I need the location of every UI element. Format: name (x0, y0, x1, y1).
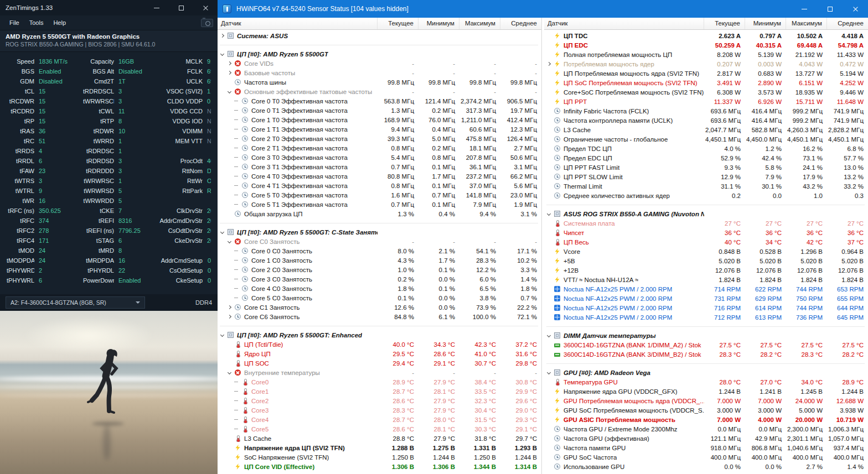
sensor-row[interactable]: Напряжение ядра GPU (VDDCR_GFX)1.244 В1.… (544, 387, 868, 396)
sensor-row[interactable]: Core 4 T0 Эффективная частота80.8 МГц1.7… (218, 171, 541, 181)
sensor-row[interactable]: Частота шины99.8 МГц99.8 МГц99.8 МГц99.8… (218, 77, 541, 87)
chevron-right-icon[interactable] (228, 305, 231, 309)
column-average[interactable]: Среднее (500, 18, 541, 29)
sensor-row[interactable]: Core 2 C0 Занятость1.0 %0.1 %12.2 %3.3 % (218, 265, 541, 274)
sensor-row[interactable]: Частота памяти GPU918.0 МГц806.8 МГц1,04… (544, 443, 868, 452)
sensor-row[interactable]: Core 1 T1 Эффективная частота9.4 МГц0.4 … (218, 124, 541, 134)
sensor-row[interactable]: ЦП Потребляемая мощность ядра (SVI2 TFN)… (544, 69, 868, 78)
chevron-down-icon[interactable] (220, 52, 224, 56)
chevron-down-icon[interactable] (547, 212, 551, 216)
sensor-section-header[interactable]: ЦП [#0]: AMD Ryzen 5 5500GT (218, 49, 541, 59)
sensor-row[interactable]: Core 5 C0 Занятость0.1 %0.0 %3.8 %0.7 % (218, 293, 541, 303)
sensor-row[interactable]: VTT/ ≈ Noctua NH-U12A ≈1.824 В1.824 В1.8… (544, 275, 868, 284)
dimm-selector[interactable]: A2: F4-3600C14-8GTZNA (8GB, SR) (6, 296, 145, 309)
menu-tools[interactable]: Tools (24, 18, 49, 28)
column-header-right[interactable]: Датчик Текущее Минимум Максимум Среднее (544, 18, 868, 30)
chevron-down-icon[interactable] (228, 90, 231, 93)
sensor-row[interactable]: Core C0 Занятость---- (218, 237, 541, 246)
sensor-row[interactable]: ЦП TDC2.623 A0.797 A10.502 A4.418 A (544, 31, 868, 40)
sensor-row[interactable]: Потребляемая мощность ядер0.207 W0.003 W… (544, 59, 868, 69)
chevron-right-icon[interactable] (547, 62, 551, 66)
sensor-row[interactable]: Infinity Fabric Частота (FCLK)693.6 МГц4… (544, 106, 868, 116)
chevron-down-icon[interactable] (547, 371, 551, 374)
sensor-row[interactable]: Температура GPU28.0 °C27.0 °C34.0 °C28.9… (544, 377, 868, 387)
sensor-row[interactable]: Core 0 T1 Эффективная частота1.3 МГц0.2 … (218, 106, 541, 115)
sensor-row[interactable]: Core 0 C0 Занятость8.0 %2.1 %54.1 %17.1 … (218, 246, 541, 256)
sensor-row[interactable]: Предел EDC ЦП52.9 %42.4 %73.1 %57.7 % (544, 153, 868, 163)
sensor-row[interactable]: Предел TDC ЦП4.0 %1.2 %16.2 %6.8 % (544, 144, 868, 153)
chevron-right-icon[interactable] (228, 61, 231, 65)
sensor-row[interactable]: Core VIDs---- (218, 59, 541, 68)
sensor-row[interactable]: Core+SoC Потребляемая мощность (SVI2 TFN… (544, 87, 868, 97)
maximize-button[interactable] (817, 0, 843, 18)
minimize-button[interactable] (792, 0, 817, 18)
column-sensor[interactable]: Датчик (218, 18, 378, 29)
sensor-row[interactable]: Core328.3 °C27.9 °C30.4 °C29.0 °C (218, 405, 541, 415)
close-button[interactable] (843, 0, 868, 18)
chevron-right-icon[interactable] (220, 34, 224, 38)
sensor-row[interactable]: Noctua NF-A12x25 PWM / 2.000 RPM731 RPM6… (544, 294, 868, 303)
sensor-row[interactable]: Системная плата27 °C27 °C27 °C27 °C (544, 218, 868, 228)
sensor-row[interactable]: Core 2 T0 Эффективная частота39.3 МГц5.0… (218, 134, 541, 143)
sensor-row[interactable]: ЦП Core VID (Effective)1.306 В1.306 В1.3… (218, 462, 541, 471)
menu-help[interactable]: Help (48, 18, 71, 28)
sensor-row[interactable]: ЦП SOC29.4 °C29.1 °C30.7 °C29.8 °C (218, 358, 541, 368)
column-maximum[interactable]: Максимум (459, 18, 500, 29)
sensor-row[interactable]: Core 3 C0 Занятость0.2 %0.0 %6.0 %1.4 % (218, 274, 541, 284)
sensor-row[interactable]: Core 1 T0 Эффективная частота168.9 МГц76… (218, 115, 541, 124)
sensor-row[interactable]: 3600C14D-16GTZNA (BANK 3/DIMM_B2) / Stok… (544, 350, 868, 359)
column-minimum[interactable]: Минимум (418, 18, 459, 29)
column-header-left[interactable]: Датчик Текущее Минимум Максимум Среднее (218, 18, 541, 30)
hwinfo-titlebar[interactable]: HWiNFO64 v7.64-5240 Sensor Status [104 v… (218, 0, 868, 18)
sensor-row[interactable]: Основные эффективные тактовые частоты---… (218, 87, 541, 96)
sensor-row[interactable]: Напряжение ядра ЦП (SVI2 TFN)1.288 В1.27… (218, 443, 541, 452)
sensor-section-header[interactable]: ASUS ROG STRIX B550-A GAMING (Nuvoton NC… (544, 209, 868, 218)
sensor-row[interactable]: Core 3 T0 Эффективная частота5.4 МГц0.8 … (218, 153, 541, 162)
sensor-row[interactable]: GPU SoC Потребляемая мощность (VDDCR_S..… (544, 405, 868, 415)
sensor-row[interactable]: Core C1 Занятость12.6 %0.0 %73.9 %22.2 % (218, 303, 541, 312)
chevron-down-icon[interactable] (228, 371, 231, 374)
sensor-row[interactable]: Thermal Limit31.1 %30.1 %43.2 %33.2 % (544, 181, 868, 191)
sensor-row[interactable]: Частота контроллера памяти (UCLK)693.6 М… (544, 116, 868, 125)
menu-file[interactable]: File (4, 18, 24, 28)
sensor-row[interactable]: Чипсет36 °C36 °C36 °C36 °C (544, 228, 868, 237)
sensor-row[interactable]: Noctua NF-A12x25 PWM / 2.000 RPM716 RPM6… (544, 303, 868, 312)
column-current[interactable]: Текущее (704, 18, 745, 29)
sensor-row[interactable]: Core028.9 °C27.9 °C38.4 °C30.8 °C (218, 377, 541, 387)
sensor-row[interactable]: +12В12.076 В12.076 В12.076 В12.076 В (544, 265, 868, 275)
sensor-row[interactable]: Core C6 Занятость84.8 %6.1 %100.0 %72.1 … (218, 312, 541, 321)
sensor-row[interactable]: Использование GPU0.0 %0.0 %2.7 %1.4 % (544, 462, 868, 471)
sensor-row[interactable]: L3 Cache2,047.7 МГц582.8 МГц4,260.3 МГц2… (544, 125, 868, 134)
sensor-row[interactable]: Noctua NF-A12x25 PWM / 2.000 RPM712 RPM6… (544, 312, 868, 322)
sensor-row[interactable]: Vcore0.848 В0.528 В1.296 В0.964 В (544, 247, 868, 256)
zentimings-titlebar[interactable]: ZenTimings 1.33 (0, 0, 218, 15)
sensor-row[interactable]: Базовые частоты---- (218, 68, 541, 77)
column-maximum[interactable]: Максимум (786, 18, 827, 29)
sensor-row[interactable]: Noctua NF-A12x25 PWM / 2.000 RPM714 RPM6… (544, 284, 868, 294)
sensor-row[interactable]: ЦП (Tctl/Tdie)40.0 °C34.3 °C42.3 °C37.2 … (218, 340, 541, 349)
minimize-button[interactable] (144, 0, 169, 15)
sensor-row[interactable]: Core228.6 °C27.9 °C32.3 °C29.6 °C (218, 396, 541, 405)
sensor-row[interactable]: Core 5 T1 Эффективная частота0.7 МГц0.1 … (218, 200, 541, 209)
sensor-row[interactable]: Core 5 T0 Эффективная частота1.6 МГц0.7 … (218, 190, 541, 200)
sensor-section-header[interactable]: DIMM Датчик температуры (544, 331, 868, 340)
sensor-row[interactable]: Ядро ЦП29.5 °C28.6 °C41.0 °C31.6 °C (218, 349, 541, 358)
sensor-row[interactable]: ЦП PPT11.337 W6.926 W15.711 W11.648 W (544, 97, 868, 106)
sensor-row[interactable]: L3 Cache28.8 °C27.9 °C31.8 °C29.7 °C (218, 434, 541, 443)
sensor-row[interactable]: Ограничение частоты - глобальное4,450.1 … (544, 134, 868, 144)
chevron-down-icon[interactable] (220, 333, 224, 337)
sensor-section-header[interactable]: GPU [#0]: AMD Radeon Vega (544, 368, 868, 377)
sensor-row[interactable]: ЦП PPT FAST Limit9.3 %5.8 %24.1 %13.0 % (544, 163, 868, 172)
sensor-row[interactable]: GPU ASIC Потребляемая мощность7.000 W4.0… (544, 415, 868, 424)
column-average[interactable]: Среднее (827, 18, 868, 29)
sensor-row[interactable]: Core 4 C0 Занятость1.8 %0.1 %6.5 %1.8 % (218, 284, 541, 293)
maximize-button[interactable] (169, 0, 193, 15)
chevron-right-icon[interactable] (228, 315, 231, 319)
sensor-row[interactable]: ЦП PPT SLOW Limit12.9 %7.9 %17.9 %13.2 % (544, 172, 868, 181)
sensor-row[interactable]: Core428.7 °C28.0 °C31.5 °C29.3 °C (218, 415, 541, 424)
sensor-row[interactable]: GPU SoC Частота400.0 МГц400.0 МГц400.0 М… (544, 452, 868, 462)
column-sensor[interactable]: Датчик (544, 18, 704, 29)
sensor-row[interactable]: Внутренние температуры---- (218, 368, 541, 377)
sensor-row[interactable]: Core128.7 °C28.1 °C33.5 °C29.9 °C (218, 387, 541, 396)
sensor-row[interactable]: Частота GPU (эффективная)121.1 МГц42.9 М… (544, 434, 868, 443)
